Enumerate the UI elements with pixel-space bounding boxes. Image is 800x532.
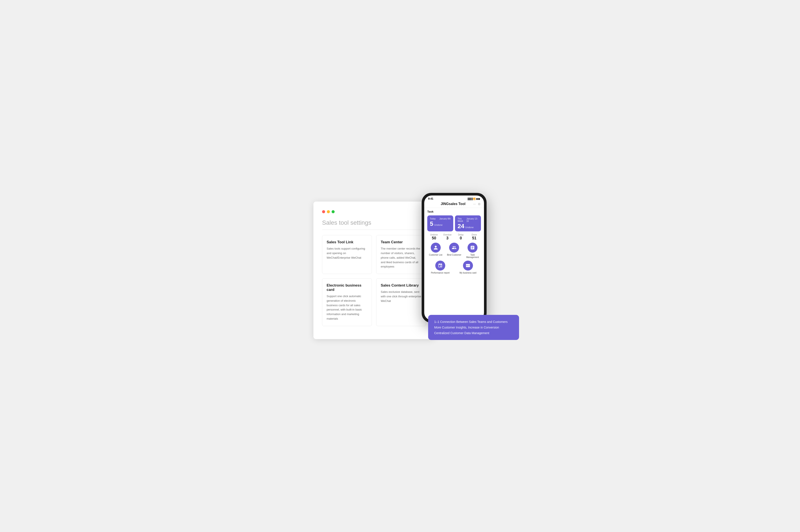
task-label: Task [427,210,481,213]
stat-done: Done 51 [468,233,481,241]
stat-delay-value: 0 [454,236,468,241]
stat-done-label: Done [468,233,481,236]
customer-list-icon [431,243,441,252]
close-button[interactable] [322,210,325,213]
bind-customer-label: Bind Customer [447,254,461,256]
app-header-icons[interactable]: ··· ⊙ [473,202,480,206]
team-center-card[interactable]: Team Center The member center records th… [376,235,426,274]
sales-content-library-title: Sales Content Library [381,283,421,288]
status-time: 9:41 [428,197,433,200]
sales-content-library-desc: Sales exclusive database, sent with one … [381,290,421,303]
stat-done-value: 51 [468,236,481,241]
today-task-card[interactable]: Today January 8th 5 Undone [427,215,453,231]
week-number: 24 Undone [458,223,478,229]
task-management-label: Task Management [464,254,481,259]
today-status: Undone [434,224,443,226]
sales-tool-link-desc: Sales tools support configuring and open… [327,247,367,260]
week-period: This Week [458,217,467,222]
electronic-business-card-title: Electronic business card [327,283,367,292]
quick-actions-row1: Customer List Bind Customer [427,243,481,259]
today-date: January 8th [439,217,451,220]
callout-item-2: More Customer Insights, Increase in Conv… [434,326,513,329]
week-card-header: This Week January 13-16 [458,217,478,222]
callout-item-3: Centralized Customer Data Management [434,331,513,335]
week-task-card[interactable]: This Week January 13-16 24 Undone [455,215,481,231]
phone-content: Task Today January 8th 5 Undone [424,208,484,320]
stat-undone-label: Undone [427,233,441,236]
task-management-icon [468,243,477,252]
wifi-icon: 📶 [473,198,475,200]
stat-undone-value: 50 [427,236,441,241]
week-count: 24 [458,223,464,229]
stat-overdue-value: 3 [441,236,454,241]
team-center-title: Team Center [381,240,421,244]
today-card-header: Today January 8th [430,217,451,220]
my-business-card-action[interactable]: My business card [455,261,481,274]
stat-undone: Undone 50 [427,233,441,241]
settings-cards-grid: Sales Tool Link Sales tools support conf… [322,235,426,326]
minimize-button[interactable] [327,210,330,213]
today-number: 5 Undone [430,221,451,227]
more-icon[interactable]: ··· [473,202,476,206]
stat-overdue-label: Overdue [441,233,454,236]
sales-content-library-card[interactable]: Sales Content Library Sales exclusive da… [376,278,426,326]
today-period: Today [430,217,436,220]
callout-item-1: 1–1 Connection Between Sales Teams and C… [434,320,513,324]
bind-customer-action[interactable]: Bind Customer [446,243,462,259]
settings-panel: Sales tool settings Sales Tool Link Sale… [313,202,435,339]
my-business-card-icon [463,261,473,270]
fullscreen-button[interactable] [332,210,334,213]
app-header: JINGsales Tool ··· ⊙ [424,201,484,208]
stat-overdue: Overdue 3 [441,233,454,241]
task-cards: Today January 8th 5 Undone This Week [427,215,481,231]
phone-screen: 9:41 ▐▐▐▐ 📶 ▮▮▮ JINGsales Tool ··· ⊙ [424,195,484,320]
bind-customer-icon [449,243,459,252]
sales-tool-link-card[interactable]: Sales Tool Link Sales tools support conf… [322,235,372,274]
sales-tool-link-title: Sales Tool Link [327,240,367,244]
callout-box: 1–1 Connection Between Sales Teams and C… [428,315,519,340]
task-management-action[interactable]: Task Management [464,243,481,259]
electronic-business-card-card[interactable]: Electronic business card Support one cli… [322,278,372,326]
week-status: Undone [466,226,474,229]
settings-title: Sales tool settings [322,219,426,230]
scan-icon[interactable]: ⊙ [478,202,480,206]
app-title: JINGsales Tool [441,202,466,206]
quick-actions-row2: Performance report My business card [427,261,481,274]
stat-delay: Delay 0 [454,233,468,241]
stat-delay-label: Delay [454,233,468,236]
performance-report-action[interactable]: Performance report [427,261,453,274]
customer-list-action[interactable]: Customer List [427,243,444,259]
performance-report-icon [435,261,445,270]
my-business-card-label: My business card [459,272,476,274]
today-count: 5 [430,221,433,227]
performance-report-label: Performance report [431,272,450,274]
stats-row: Undone 50 Overdue 3 Delay 0 Done [427,233,481,241]
phone-wrapper: 9:41 ▐▐▐▐ 📶 ▮▮▮ JINGsales Tool ··· ⊙ [422,193,487,323]
status-bar: 9:41 ▐▐▐▐ 📶 ▮▮▮ [424,195,484,201]
phone-mockup: 9:41 ▐▐▐▐ 📶 ▮▮▮ JINGsales Tool ··· ⊙ [422,193,487,323]
week-date: January 13-16 [467,217,478,222]
signal-icon: ▐▐▐▐ [467,198,472,200]
electronic-business-card-desc: Support one click automatic generation o… [327,294,367,321]
battery-icon: ▮▮▮ [476,198,480,200]
scene: Sales tool settings Sales Tool Link Sale… [292,193,508,339]
window-controls [322,210,426,213]
status-icons: ▐▐▐▐ 📶 ▮▮▮ [467,198,480,200]
team-center-desc: The member center records the number of … [381,247,421,269]
customer-list-label: Customer List [429,254,442,256]
